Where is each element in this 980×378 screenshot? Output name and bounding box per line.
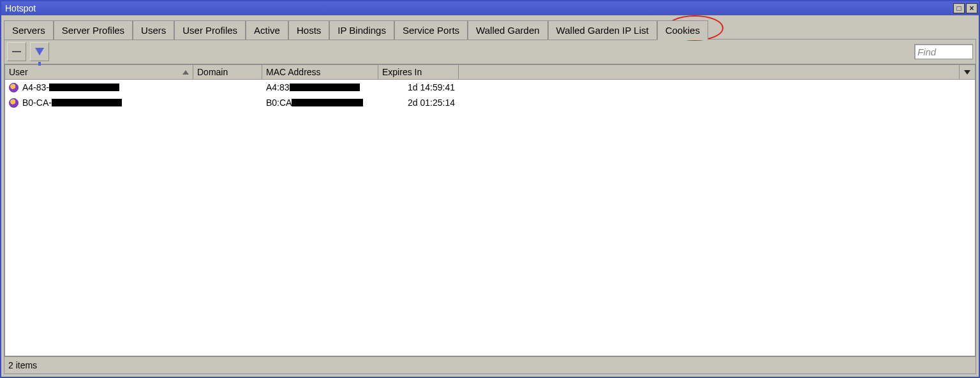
client-area: Servers Server Profiles Users User Profi…	[1, 15, 979, 377]
funnel-icon	[35, 48, 44, 55]
find-input[interactable]: Find	[914, 44, 973, 59]
tab-ip-bindings[interactable]: IP Bindings	[329, 20, 394, 40]
window-controls: □ ×	[953, 3, 977, 13]
toolbar: Find	[4, 40, 976, 64]
remove-button[interactable]	[7, 42, 26, 61]
tab-active[interactable]: Active	[246, 20, 288, 40]
cell-expires: 2d 01:25:14	[378, 96, 459, 109]
titlebar[interactable]: Hotspot □ ×	[1, 1, 979, 15]
cell-mac-prefix: B0:CA	[266, 98, 292, 108]
tab-service-ports[interactable]: Service Ports	[394, 20, 468, 40]
cell-domain	[193, 101, 262, 104]
sort-asc-icon	[182, 70, 189, 75]
cell-mac: A4:83	[262, 81, 378, 94]
status-text: 2 items	[8, 360, 37, 370]
tabs: Servers Server Profiles Users User Profi…	[4, 18, 976, 40]
user-icon	[9, 83, 19, 92]
redacted	[52, 99, 122, 106]
table-container: User Domain MAC Address Expires In A4-83…	[4, 64, 976, 357]
tab-user-profiles[interactable]: User Profiles	[174, 20, 246, 40]
col-domain[interactable]: Domain	[193, 65, 262, 79]
cell-user: B0-CA-	[5, 96, 193, 109]
table-row[interactable]: B0-CA- B0:CA 2d 01:25:14	[5, 95, 975, 110]
hotspot-window: Hotspot □ × Servers Server Profiles User…	[0, 0, 980, 378]
window-title: Hotspot	[5, 3, 36, 13]
redacted	[49, 84, 119, 91]
tab-cookies[interactable]: Cookies	[657, 20, 708, 40]
statusbar: 2 items	[4, 357, 976, 374]
col-expires[interactable]: Expires In	[378, 65, 459, 79]
tab-walled-garden[interactable]: Walled Garden	[468, 20, 548, 40]
grid-body[interactable]: A4-83- A4:83 1d 14:59:41 B0-CA-	[5, 80, 975, 356]
cell-spacer	[459, 101, 975, 104]
col-spacer	[459, 65, 960, 79]
tab-server-profiles[interactable]: Server Profiles	[54, 20, 133, 40]
cell-mac-prefix: A4:83	[266, 82, 290, 92]
cell-user-prefix: A4-83-	[22, 82, 49, 92]
cell-spacer	[459, 86, 975, 89]
chevron-down-icon	[964, 70, 970, 75]
filter-button[interactable]	[30, 42, 49, 61]
minus-icon	[12, 51, 21, 52]
tab-walled-garden-ip-list[interactable]: Walled Garden IP List	[548, 20, 657, 40]
cell-mac: B0:CA	[262, 96, 378, 109]
cell-user-prefix: B0-CA-	[22, 98, 52, 108]
col-mac[interactable]: MAC Address	[262, 65, 378, 79]
tab-users[interactable]: Users	[133, 20, 174, 40]
tab-servers[interactable]: Servers	[4, 20, 54, 40]
table-row[interactable]: A4-83- A4:83 1d 14:59:41	[5, 80, 975, 95]
tab-hosts[interactable]: Hosts	[288, 20, 329, 40]
col-menu[interactable]	[960, 65, 975, 79]
close-button[interactable]: ×	[966, 3, 977, 13]
cell-expires: 1d 14:59:41	[378, 81, 459, 94]
cell-user: A4-83-	[5, 81, 193, 94]
redacted	[290, 84, 360, 91]
cookies-grid: User Domain MAC Address Expires In A4-83…	[4, 64, 976, 356]
col-user-label: User	[9, 67, 28, 77]
user-icon	[9, 98, 19, 108]
col-user[interactable]: User	[5, 65, 193, 79]
minimize-button[interactable]: □	[953, 3, 965, 13]
redacted	[292, 99, 363, 106]
cell-domain	[193, 86, 262, 89]
grid-header: User Domain MAC Address Expires In	[5, 65, 975, 80]
